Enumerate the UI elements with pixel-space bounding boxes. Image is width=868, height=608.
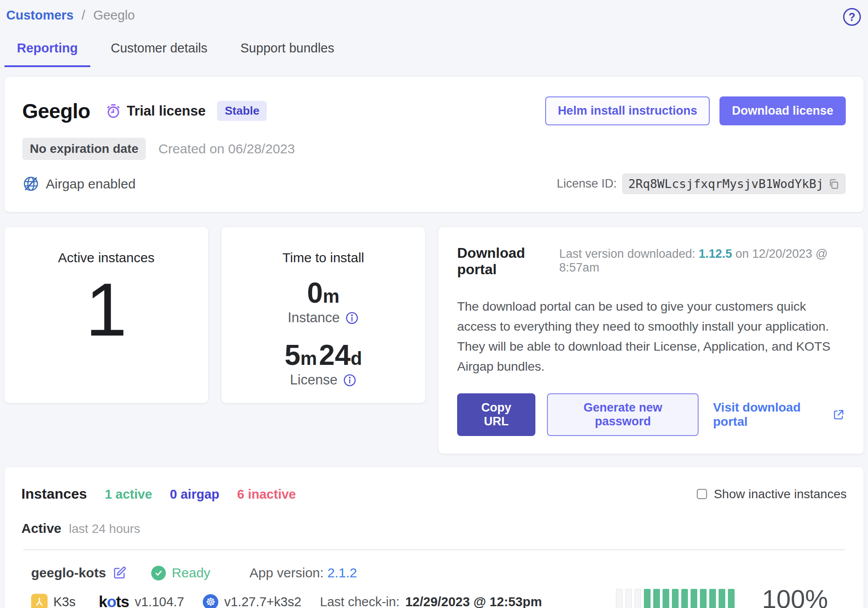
portal-actions: Copy URL Generate new password Visit dow…: [457, 393, 845, 436]
airgap-status: Airgap enabled: [22, 175, 136, 192]
breadcrumb: Customers / Geeglo: [6, 8, 135, 23]
instance-time-unit: m: [323, 286, 339, 307]
active-group-row: Active last 24 hours: [21, 521, 847, 536]
last-checkin-label: Last check-in:: [320, 595, 400, 608]
show-inactive-checkbox[interactable]: [697, 489, 707, 499]
license-install-time: 5m 24d: [221, 341, 425, 369]
help-icon[interactable]: ?: [843, 8, 861, 26]
active-group-subtitle: last 24 hours: [69, 522, 140, 536]
uptime-bar-empty: [616, 589, 623, 608]
k8s-version: v1.27.7+k3s2: [224, 595, 301, 608]
active-group-title: Active: [21, 521, 61, 536]
license-info-icon[interactable]: [343, 373, 357, 387]
kubernetes-icon: ☸: [203, 594, 218, 608]
airgap-label: Airgap enabled: [46, 176, 136, 192]
download-license-button[interactable]: Download license: [719, 96, 846, 125]
uptime-bar-filled: [644, 589, 651, 608]
tab-reporting[interactable]: Reporting: [4, 41, 90, 67]
tab-support-bundles[interactable]: Support bundles: [228, 41, 347, 67]
channel-badge: Stable: [217, 101, 267, 121]
last-version-link[interactable]: 1.12.5: [699, 247, 732, 260]
active-instances-count: 1: [4, 269, 208, 351]
expiration-badge: No expiration date: [22, 138, 146, 160]
portal-description: The download portal can be used to give …: [457, 296, 845, 376]
portal-header: Download portal Last version downloaded:…: [457, 245, 845, 278]
kots-logo: kots: [99, 593, 129, 608]
instance-install-time: 0m: [221, 279, 425, 307]
visit-download-portal-link[interactable]: Visit download portal: [713, 400, 845, 429]
tab-bar: Reporting Customer details Support bundl…: [4, 41, 864, 67]
k3s-icon: [31, 594, 48, 608]
instance-row: geeglo-kots Ready: [21, 550, 847, 608]
instance-time-label: Instance: [288, 310, 340, 326]
instance-info: geeglo-kots Ready: [31, 565, 542, 608]
summary-actions: Helm install instructions Download licen…: [545, 96, 846, 125]
copy-url-button[interactable]: Copy URL: [457, 393, 535, 436]
show-inactive-toggle[interactable]: Show inactive instances: [697, 487, 847, 501]
app-version-label: App version:: [249, 565, 324, 580]
summary-identity: Geeglo Trial license Stable: [22, 99, 267, 123]
license-id-pill: 2Rq8WLcsjfxqrMysjvB1WodYkBj: [622, 173, 846, 194]
runtime-name: K3s: [53, 595, 76, 608]
license-type-label: Trial license: [127, 103, 206, 119]
kots-logo-o: o: [107, 593, 116, 608]
stat-active[interactable]: 1 active: [105, 487, 152, 502]
last-version-downloaded: Last version downloaded: 1.12.5 on 12/20…: [559, 247, 845, 275]
breadcrumb-current: Geeglo: [93, 8, 135, 22]
tab-customer-details[interactable]: Customer details: [98, 41, 220, 67]
download-portal-card: Download portal Last version downloaded:…: [438, 227, 864, 454]
app-version: App version: 2.1.2: [249, 565, 357, 580]
portal-title: Download portal: [457, 245, 559, 278]
customer-name: Geeglo: [22, 99, 90, 123]
instance-info-icon[interactable]: [345, 311, 359, 325]
customer-summary-card: Geeglo Trial license Stable Helm install…: [4, 77, 864, 212]
edit-instance-name-icon[interactable]: [113, 566, 126, 580]
license-time-number-2: 24: [319, 339, 350, 371]
last-checkin-value: 12/29/2023 @ 12:53pm: [405, 595, 542, 608]
instances-header: Instances 1 active 0 airgap 6 inactive S…: [21, 486, 847, 502]
active-instances-title: Active instances: [4, 250, 208, 265]
license-time-label: License: [290, 372, 338, 388]
uptime-bar-filled: [663, 589, 669, 608]
instances-card: Instances 1 active 0 airgap 6 inactive S…: [4, 467, 864, 608]
page: Customers / Geeglo ? Reporting Customer …: [0, 0, 868, 608]
time-to-install-card: Time to install 0m Instance 5m 24d: [221, 227, 425, 403]
uptime-percent: 100%: [762, 584, 828, 608]
uptime-bar-filled: [700, 589, 707, 608]
kots-logo-ts: ts: [116, 593, 129, 608]
kots-version: v1.104.7: [135, 595, 184, 608]
trial-timer-icon: [105, 103, 121, 119]
helm-install-instructions-button[interactable]: Helm install instructions: [545, 96, 710, 125]
ready-check-icon: [151, 566, 166, 580]
stat-airgap[interactable]: 0 airgap: [170, 487, 219, 502]
show-inactive-label: Show inactive instances: [714, 487, 847, 501]
instance-time-number: 0: [307, 277, 323, 309]
instance-name: geeglo-kots: [31, 565, 106, 580]
uptime-bar-filled: [681, 589, 688, 608]
instance-time-label-row: Instance: [221, 310, 425, 326]
summary-meta-row: No expiration date Created on 06/28/2023: [22, 138, 846, 160]
top-bar: Customers / Geeglo ?: [4, 6, 864, 26]
external-link-icon: [832, 408, 845, 421]
instance-line-2: K3s kots v1.104.7 ☸ v1.27.7+k3s2 Last ch…: [31, 593, 542, 608]
breadcrumb-separator: /: [82, 8, 85, 22]
app-version-link[interactable]: 2.1.2: [327, 565, 357, 580]
status-text: Ready: [172, 565, 210, 580]
uptime-bar-filled: [709, 589, 716, 608]
breadcrumb-customers-link[interactable]: Customers: [6, 8, 74, 22]
last-version-prefix: Last version downloaded:: [559, 247, 695, 260]
summary-bottom-row: Airgap enabled License ID: 2Rq8WLcsjfxqr…: [22, 173, 846, 194]
uptime-bar-empty: [635, 589, 641, 608]
active-instances-card: Active instances 1: [4, 227, 208, 403]
visit-portal-label: Visit download portal: [713, 400, 827, 429]
airgap-globe-icon: [22, 175, 40, 192]
stat-inactive[interactable]: 6 inactive: [237, 487, 296, 502]
copy-icon[interactable]: [828, 178, 840, 190]
generate-new-password-button[interactable]: Generate new password: [547, 393, 699, 436]
license-id-label: License ID:: [557, 177, 617, 191]
uptime-bar-filled: [672, 589, 679, 608]
uptime-bars: [616, 589, 735, 608]
created-date-text: Created on 06/28/2023: [158, 141, 295, 156]
uptime-bar-filled: [719, 589, 725, 608]
uptime-bar-filled: [653, 589, 660, 608]
